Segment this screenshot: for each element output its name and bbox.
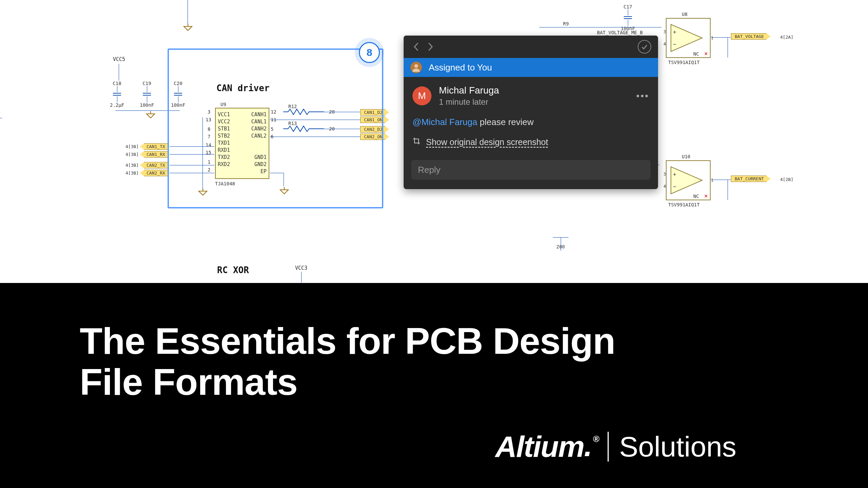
assignee-avatar-icon: [410, 62, 422, 73]
ground-symbol: [146, 111, 155, 119]
svg-text:NC: NC: [693, 51, 699, 57]
net-label: BAT_VOLTAGE_ME_B: [597, 30, 643, 35]
net-port-can1-rx[interactable]: CAN1_RX: [140, 151, 169, 158]
solutions-label: Solutions: [619, 430, 736, 463]
wire: [553, 237, 568, 238]
altium-logo: Altium.®: [495, 429, 597, 464]
page-title: The Essentials for PCB Design File Forma…: [80, 320, 615, 402]
net-port-bat-voltage[interactable]: BAT_VOLTAGE: [731, 33, 770, 40]
svg-text:+: +: [673, 171, 676, 178]
svg-marker-9: [671, 24, 702, 52]
section-label-rc-xor: RC XOR: [217, 265, 249, 275]
wire: [728, 180, 728, 200]
comment-text: @Michal Faruga please review: [412, 117, 649, 127]
commenter-name: Michal Faruga: [439, 85, 499, 96]
reply-placeholder: Reply: [418, 165, 440, 175]
sheet-ref: 4[3B]: [126, 163, 139, 168]
power-label-vcc3: VCC3: [295, 265, 307, 271]
part-number: TSV991AIQ1T: [668, 60, 700, 65]
capacitor-c19: C19 100nF: [140, 81, 154, 101]
selection-rectangle[interactable]: [168, 48, 383, 208]
comment-timestamp: 1 minute later: [439, 97, 499, 107]
assigned-header[interactable]: Assigned to You: [404, 58, 658, 77]
show-screenshot-link[interactable]: Show original design screenshot: [426, 137, 548, 147]
assigned-label: Assigned to You: [429, 62, 492, 73]
net-port-can2-rx[interactable]: CAN2_RX: [140, 170, 169, 176]
sheet-ref: 4[3B]: [126, 144, 139, 149]
zoom-text: 200: [556, 244, 565, 249]
wire: [728, 37, 728, 58]
svg-text:4: 4: [663, 42, 666, 46]
svg-marker-3: [184, 26, 192, 30]
opamp-u10[interactable]: + − NC × 3 4 1: [659, 157, 717, 204]
next-comment-button[interactable]: [425, 41, 436, 53]
comment-panel: Assigned to You M Michal Faruga 1 minute…: [404, 36, 658, 189]
schematic-canvas[interactable]: VCC5 C18 2.2µF C19 100nF C20 100nF C17 1…: [0, 0, 868, 283]
svg-text:×: ×: [704, 192, 708, 199]
prev-comment-button[interactable]: [410, 41, 422, 53]
part-number: TSV991AIQ1T: [668, 202, 700, 207]
svg-text:×: ×: [704, 50, 708, 57]
svg-point-26: [414, 64, 418, 68]
wire: [119, 64, 119, 81]
svg-text:3: 3: [663, 29, 666, 34]
wire: [301, 272, 302, 283]
brand-divider: [607, 432, 609, 462]
comment-badge[interactable]: 8: [359, 42, 380, 63]
svg-text:3: 3: [663, 172, 666, 177]
sheet-ref: 4[3B]: [126, 152, 139, 157]
brand-block: Altium.® Solutions: [495, 429, 736, 464]
sheet-ref: 4[2A]: [780, 35, 793, 40]
svg-text:NC: NC: [693, 194, 699, 199]
mention-link[interactable]: @Michal Faruga: [412, 117, 477, 127]
power-label-vcc5: VCC5: [113, 56, 125, 62]
svg-marker-1: [147, 114, 155, 118]
svg-marker-18: [671, 167, 702, 194]
resolve-comment-button[interactable]: [638, 40, 651, 54]
designator-r9: R9: [563, 21, 569, 26]
comment-topbar: [404, 36, 658, 58]
svg-text:4: 4: [663, 184, 666, 189]
net-port-bat-current[interactable]: BAT_CURRENT: [731, 176, 770, 182]
svg-text:−: −: [673, 183, 676, 190]
comment-body: M Michal Faruga 1 minute later ••• @Mich…: [404, 77, 658, 150]
net-port-can1-tx[interactable]: CAN1_TX: [140, 143, 169, 150]
capacitor-c17: C17 100nF: [621, 4, 635, 24]
svg-text:1: 1: [711, 178, 713, 183]
capacitor-c18: C18 2.2µF: [110, 81, 124, 101]
wire: [539, 27, 661, 27]
svg-text:1: 1: [711, 36, 713, 40]
comment-more-menu[interactable]: •••: [636, 90, 649, 101]
commenter-avatar: M: [412, 86, 431, 105]
sheet-ref: 4[2B]: [780, 177, 793, 182]
svg-text:+: +: [673, 29, 676, 35]
sheet-ref: 4[3B]: [126, 170, 139, 176]
ground-symbol: [183, 24, 193, 31]
wire: [0, 118, 2, 118]
svg-text:−: −: [673, 41, 676, 47]
net-port-can2-tx[interactable]: CAN2_TX: [140, 162, 169, 168]
opamp-u8[interactable]: + − NC × 3 4 1: [659, 14, 717, 62]
reply-input[interactable]: Reply: [411, 160, 651, 180]
crop-icon: [412, 137, 421, 147]
title-overlay: The Essentials for PCB Design File Forma…: [0, 283, 868, 488]
comment-badge-number: 8: [367, 47, 372, 58]
wire: [188, 0, 188, 24]
